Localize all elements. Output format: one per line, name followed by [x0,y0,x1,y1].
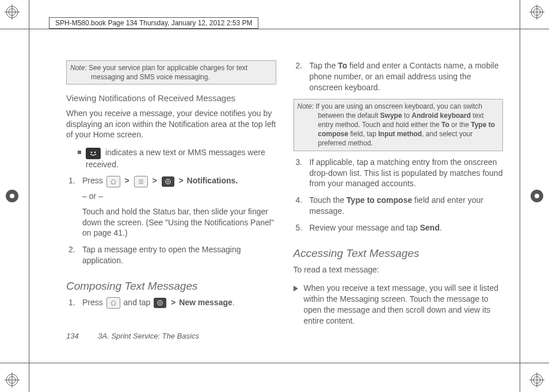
chapter-title: 3A. Sprint Service: The Basics [98,332,199,340]
bullet-mms-indicator: indicates a new text or MMS messages wer… [78,147,276,170]
r4b: Type to compose [346,195,412,205]
chevron-icon: > [125,176,129,185]
crop-line-left [29,0,29,392]
step2-text: Tap a message entry to open the Messagin… [82,245,241,265]
step1-alt: Touch and hold the Status bar, then slid… [82,206,276,239]
step-1: Press > > > Notifications. – or – Touch … [66,175,276,239]
n2m4: field, tap [348,130,378,138]
registration-mark-icon [5,372,20,387]
compose-step-4: Touch the Type to compose field and ente… [293,195,504,217]
compose-step-5: Review your message and tap Send. [293,222,504,233]
messaging-ring-icon [154,298,166,308]
svg-point-20 [91,151,93,153]
registration-mark-icon [529,5,544,20]
page-header-text: SPH-M580.book Page 134 Thursday, January… [55,19,252,27]
compose-step-2: Tap the To field and enter a Contacts na… [293,60,504,93]
label-notifications: Notifications. [187,176,238,185]
bullet-text: indicates a new text or MMS messages wer… [86,148,265,168]
period: . [232,298,235,307]
note-box-charges: Note: See your service plan for applicab… [66,60,276,84]
svg-point-17 [10,194,14,198]
crop-line-bottom [0,363,549,363]
svg-point-28 [159,302,161,304]
note2-label: Note: [298,102,314,110]
heading-composing: Composing Text Messages [66,279,276,294]
or-text: – or – [82,191,276,202]
steps-compose: Press and tap > New message. [66,297,276,314]
compose1-b: and tap [124,298,153,307]
r5a: Review your message and tap [310,223,420,232]
page-number: 134 [66,332,79,340]
triangle-bullet-icon [293,286,298,291]
chevron-icon: > [171,298,176,307]
note-text: See your service plan for applicable cha… [89,64,247,81]
registration-mark-icon [529,372,544,387]
n2m3: or the [449,121,471,129]
left-column: Note: See your service plan for applicab… [66,60,276,346]
steps-compose-cont2: If applicable, tap a matching entry from… [293,157,504,239]
svg-point-19 [535,194,539,198]
r4a: Touch the [310,195,347,205]
square-bullet-icon [78,151,81,154]
r2a: Tap the [310,61,338,70]
n2b1: Swype [380,112,402,120]
step-2: Tap a message entry to open the Messagin… [66,244,276,266]
n2b2: Android keyboard [411,112,471,120]
settings-ring-icon [162,176,174,187]
arrow-bullet-row: When you receive a text message, you wil… [293,283,504,326]
smile-message-icon [86,148,101,159]
compose1-a: Press [82,298,105,307]
compose-step-3: If applicable, tap a matching entry from… [293,157,504,190]
note-box-keyboard: Note: If you are using an onscreen keybo… [293,99,504,151]
label-new-message: New message [179,298,232,307]
crop-line-top [0,29,549,29]
heading-accessing: Accessing Text Messages [293,246,504,261]
r5c: . [440,223,442,232]
chevron-icon: > [179,176,184,185]
home-key-icon [106,297,120,309]
registration-mark-icon [5,5,20,20]
home-key-icon [106,176,120,187]
compose-step-1: Press and tap > New message. [66,297,276,309]
paragraph-notify: When you receive a message, your device … [66,108,276,141]
read-label: To read a text message: [293,264,504,275]
svg-point-26 [167,180,169,182]
page-header-framemaker: SPH-M580.book Page 134 Thursday, January… [49,17,258,29]
steps-compose-cont: Tap the To field and enter a Contacts na… [293,60,504,99]
n2m1: to [402,112,412,120]
note-label: Note: [70,64,87,72]
r3: If applicable, tap a matching entry from… [310,157,503,189]
crop-line-right [520,0,520,392]
arrow-text: When you receive a text message, you wil… [304,283,504,326]
right-column: Tap the To field and enter a Contacts na… [293,60,504,346]
menu-key-icon [134,176,148,187]
r2b: To [338,61,347,70]
svg-point-21 [94,151,96,153]
chevron-icon: > [152,176,157,185]
step1-text-a: Press [82,176,105,185]
registration-mark-solid-icon [529,189,544,203]
n2b3: To [441,121,449,129]
registration-mark-solid-icon [5,189,20,203]
r5b: Send [420,223,440,232]
page-footer: 134 3A. Sprint Service: The Basics [66,332,199,340]
page-content: Note: See your service plan for applicab… [66,60,503,346]
steps-view-notif: Press > > > Notifications. – or – Touch … [66,175,276,272]
n2b5: Input method [378,130,422,138]
subhead-viewing-notifications: Viewing Notifications of Received Messag… [66,93,276,104]
